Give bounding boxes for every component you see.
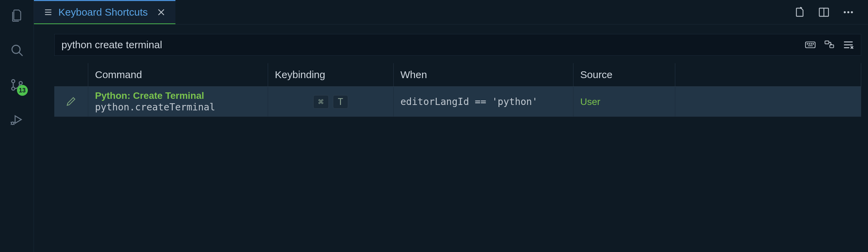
tab-bar: Keyboard Shortcuts: [34, 0, 868, 24]
svg-marker-5: [15, 116, 21, 123]
svg-point-16: [851, 11, 853, 13]
search-row: [54, 34, 861, 56]
when-expression: editorLangId == 'python': [400, 96, 566, 107]
keyboard-shortcuts-view: Command Keybinding When Source: [34, 24, 868, 252]
svg-rect-17: [806, 42, 815, 48]
edit-cell[interactable]: [54, 87, 88, 116]
clear-input-icon[interactable]: [843, 39, 854, 51]
open-file-icon[interactable]: [793, 6, 806, 18]
svg-rect-24: [830, 45, 833, 48]
sort-precedence-icon[interactable]: [824, 39, 835, 51]
list-icon: [43, 7, 53, 17]
svg-point-20: [811, 43, 812, 44]
source-cell: User: [573, 87, 675, 116]
svg-point-18: [807, 43, 808, 44]
pencil-icon[interactable]: [65, 95, 77, 109]
svg-point-15: [847, 11, 849, 13]
when-cell: editorLangId == 'python': [394, 87, 573, 116]
key-chip: T: [333, 95, 348, 109]
search-input[interactable]: [61, 39, 798, 51]
key-chip: ⌘: [313, 95, 329, 109]
editor-area: Keyboard Shortcuts: [34, 0, 868, 252]
keybinding-cell: ⌘ T: [268, 87, 394, 116]
explorer-icon[interactable]: [8, 7, 26, 24]
svg-point-2: [12, 79, 15, 83]
search-icon[interactable]: [8, 41, 26, 59]
command-id: python.createTerminal: [95, 101, 261, 113]
col-command[interactable]: Command: [88, 63, 268, 86]
svg-line-1: [19, 52, 22, 56]
svg-point-3: [12, 87, 15, 90]
record-keys-icon[interactable]: [805, 39, 816, 51]
command-title: Python: Create Terminal: [95, 90, 261, 102]
table-row[interactable]: Python: Create Terminal python.createTer…: [54, 87, 861, 117]
close-icon[interactable]: [156, 7, 166, 17]
svg-point-19: [809, 43, 810, 44]
svg-point-21: [813, 43, 813, 44]
col-keybinding[interactable]: Keybinding: [268, 63, 394, 86]
table-header: Command Keybinding When Source: [54, 63, 861, 87]
svg-point-14: [844, 11, 846, 13]
tab-label: Keyboard Shortcuts: [58, 6, 148, 18]
svg-rect-23: [825, 41, 829, 44]
activity-bar: 13: [0, 0, 34, 252]
svg-point-0: [12, 45, 20, 53]
run-debug-icon[interactable]: [8, 111, 26, 128]
svg-point-6: [11, 122, 14, 124]
svg-point-4: [19, 82, 22, 85]
source-value: User: [580, 96, 668, 107]
source-control-icon[interactable]: 13: [8, 76, 26, 94]
scm-badge: 13: [17, 85, 28, 96]
editor-actions: [793, 0, 868, 24]
col-when[interactable]: When: [394, 63, 573, 86]
tab-keyboard-shortcuts[interactable]: Keyboard Shortcuts: [34, 0, 175, 24]
split-editor-icon[interactable]: [818, 6, 830, 18]
command-cell: Python: Create Terminal python.createTer…: [88, 87, 268, 116]
shortcuts-table: Command Keybinding When Source: [54, 63, 861, 252]
col-source[interactable]: Source: [573, 63, 675, 86]
more-actions-icon[interactable]: [842, 6, 854, 18]
